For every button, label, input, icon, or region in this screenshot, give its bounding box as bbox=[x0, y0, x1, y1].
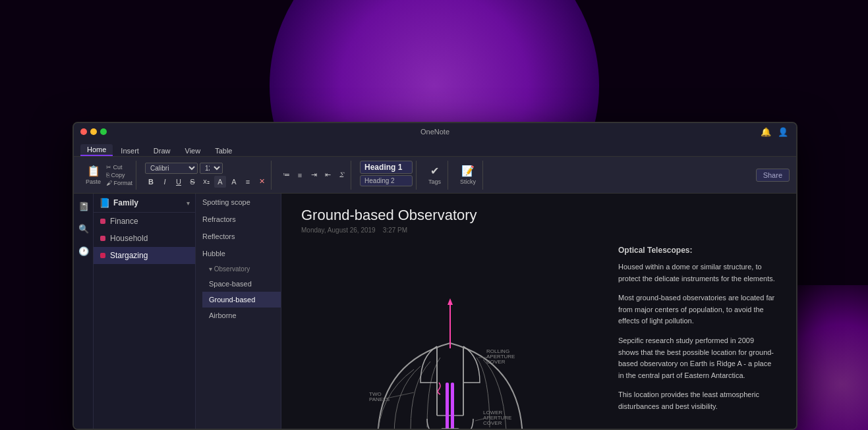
traffic-lights bbox=[80, 128, 107, 135]
svg-line-18 bbox=[475, 419, 483, 421]
outdent-button[interactable]: ⇤ bbox=[322, 169, 333, 181]
tab-draw[interactable]: Draw bbox=[147, 146, 177, 156]
font-family-select[interactable]: Calibri bbox=[145, 163, 198, 174]
paste-group: 📋 Paste ✂ Cut ⎘ Copy 🖌 Format bbox=[79, 161, 136, 190]
ribbon-tabs: Home Insert Draw View Table bbox=[74, 140, 796, 156]
sticky-notes-group: 📝 Sticky bbox=[453, 161, 483, 190]
sticky-notes-button[interactable]: 📝 Sticky bbox=[457, 162, 479, 188]
sidebar-history-icon[interactable]: 🕐 bbox=[76, 244, 91, 258]
page-observatory-group: ▾ Observatory Space-based Ground-based A… bbox=[196, 262, 281, 323]
svg-rect-7 bbox=[442, 429, 459, 429]
svg-rect-3 bbox=[446, 383, 449, 429]
heading2-style[interactable]: Heading 2 bbox=[360, 175, 413, 186]
notebook-book-icon: 📘 bbox=[99, 198, 110, 208]
share-button[interactable]: Share bbox=[756, 169, 790, 182]
bold-button[interactable]: B bbox=[145, 176, 157, 188]
page-meta: Monday, August 26, 2019 3:27 PM bbox=[301, 227, 776, 234]
page-time: 3:27 PM bbox=[383, 227, 407, 234]
italic-button[interactable]: I bbox=[159, 176, 171, 188]
stargazing-dot bbox=[100, 253, 105, 258]
copy-label[interactable]: ⎘ Copy bbox=[106, 172, 132, 178]
text-content: Optical Telescopes: Housed within a dome… bbox=[618, 244, 776, 429]
sidebar-notebook-icon[interactable]: 📓 bbox=[76, 199, 91, 213]
page-content: Ground-based Observatory Monday, August … bbox=[281, 194, 796, 429]
heading1-style[interactable]: Heading 1 bbox=[360, 161, 413, 174]
text-para-3: This location provides the least atmosph… bbox=[618, 389, 776, 412]
section-household[interactable]: Household bbox=[94, 230, 195, 247]
notification-icon[interactable]: 🔔 bbox=[761, 127, 771, 137]
page-hubble[interactable]: Hubble bbox=[196, 245, 281, 262]
section-stargazing-label: Stargazing bbox=[110, 251, 148, 260]
observatory-svg: ROLLING APERTURE COVER TWO PANELS LOWER … bbox=[335, 251, 572, 429]
bullet-list-button[interactable]: ≔ bbox=[280, 169, 292, 181]
page-spotting-scope[interactable]: Spotting scope bbox=[196, 194, 281, 211]
underline-button[interactable]: U bbox=[173, 176, 185, 188]
page-space-based[interactable]: Space-based bbox=[202, 276, 281, 292]
paste-button[interactable]: 📋 Paste bbox=[82, 162, 104, 188]
notebook-header[interactable]: 📘 Family ▾ bbox=[94, 194, 195, 213]
strikethrough-button[interactable]: S bbox=[187, 176, 198, 188]
svg-text:COVER: COVER bbox=[483, 420, 502, 426]
ribbon: Home Insert Draw View Table bbox=[74, 140, 796, 157]
tab-home[interactable]: Home bbox=[80, 144, 113, 156]
notebook-title: Family bbox=[113, 198, 183, 207]
font-group: Calibri 12 B I U S x₂ A A ≡ ✕ bbox=[142, 161, 272, 190]
account-icon[interactable]: 👤 bbox=[778, 127, 788, 137]
font-color-button[interactable]: A bbox=[228, 176, 240, 188]
notebook-chevron-icon: ▾ bbox=[187, 200, 190, 207]
pages-panel: Spotting scope Refractors Reflectors Hub… bbox=[196, 194, 281, 429]
formula-button[interactable]: 𝛴 bbox=[335, 169, 347, 181]
notebook-sections: Finance Household Stargazing bbox=[94, 213, 195, 429]
section-finance[interactable]: Finance bbox=[94, 213, 195, 230]
sketch-area: ROLLING APERTURE COVER TWO PANELS LOWER … bbox=[301, 244, 605, 429]
page-reflectors[interactable]: Reflectors bbox=[196, 228, 281, 245]
tags-button[interactable]: ✔ Tags bbox=[425, 162, 444, 188]
text-para-2: Sepcific research study performed in 200… bbox=[618, 335, 776, 381]
lists-group: ≔ ≡ ⇥ ⇤ 𝛴 bbox=[277, 161, 351, 190]
minimize-button[interactable] bbox=[90, 128, 97, 135]
tab-view[interactable]: View bbox=[179, 146, 208, 156]
svg-rect-4 bbox=[451, 383, 454, 429]
tab-insert[interactable]: Insert bbox=[114, 146, 146, 156]
numbered-list-button[interactable]: ≡ bbox=[294, 169, 306, 181]
page-airborne[interactable]: Airborne bbox=[202, 308, 281, 323]
title-bar: OneNote 🔔 👤 bbox=[74, 123, 796, 140]
sidebar-search-icon[interactable]: 🔍 bbox=[76, 221, 91, 236]
household-dot bbox=[100, 236, 105, 241]
text-section-title: Optical Telescopes: bbox=[618, 244, 776, 256]
sidebar-left: 📓 🔍 🕐 bbox=[74, 194, 94, 429]
text-para-1: Most ground-based observatories are loca… bbox=[618, 292, 776, 327]
section-stargazing[interactable]: Stargazing bbox=[94, 247, 195, 264]
finance-dot bbox=[100, 219, 105, 224]
highlight-button[interactable]: A bbox=[214, 176, 226, 188]
content-area: Ground-based Observatory Monday, August … bbox=[281, 194, 796, 429]
observatory-group-header[interactable]: ▾ Observatory bbox=[202, 262, 281, 276]
maximize-button[interactable] bbox=[100, 128, 107, 135]
window-title: OneNote bbox=[420, 128, 449, 136]
indent-button[interactable]: ⇥ bbox=[308, 169, 320, 181]
tags-group: ✔ Tags bbox=[422, 161, 448, 190]
notebook-panel: 📘 Family ▾ Finance Household Stargazing bbox=[94, 194, 196, 429]
title-bar-right: 🔔 👤 bbox=[761, 127, 788, 137]
heading-group: Heading 1 Heading 2 bbox=[357, 161, 417, 190]
page-refractors[interactable]: Refractors bbox=[196, 211, 281, 228]
font-size-select[interactable]: 12 bbox=[200, 163, 223, 174]
section-finance-label: Finance bbox=[110, 217, 138, 226]
cut-label[interactable]: ✂ Cut bbox=[106, 164, 132, 171]
svg-marker-6 bbox=[448, 298, 453, 305]
ribbon-toolbar: 📋 Paste ✂ Cut ⎘ Copy 🖌 Format Calibri 12 bbox=[74, 157, 796, 194]
page-ground-based[interactable]: Ground-based bbox=[202, 292, 281, 308]
page-title: Ground-based Observatory bbox=[301, 207, 776, 224]
content-body: ROLLING APERTURE COVER TWO PANELS LOWER … bbox=[301, 244, 776, 429]
section-household-label: Household bbox=[110, 234, 148, 243]
format-label[interactable]: 🖌 Format bbox=[106, 180, 132, 186]
align-button[interactable]: ≡ bbox=[242, 176, 254, 188]
clear-format-button[interactable]: ✕ bbox=[256, 176, 268, 188]
tab-table[interactable]: Table bbox=[208, 146, 239, 156]
subscript-button[interactable]: x₂ bbox=[200, 176, 212, 188]
svg-text:COVER: COVER bbox=[486, 359, 506, 365]
laptop-frame: OneNote 🔔 👤 Home Insert Draw View Table … bbox=[72, 122, 797, 430]
main-area: 📓 🔍 🕐 📘 Family ▾ Finance Household bbox=[74, 194, 796, 429]
close-button[interactable] bbox=[80, 128, 87, 135]
text-para-0: Housed within a dome or similar structur… bbox=[618, 261, 776, 284]
